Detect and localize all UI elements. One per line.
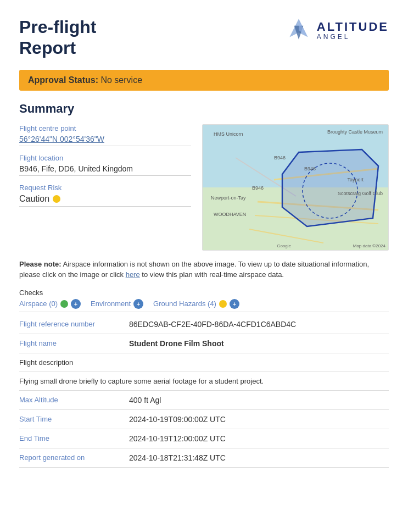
- flight-map[interactable]: HMS Unicorn Broughty Castle Museum Newpo…: [202, 124, 389, 251]
- risk-label: Request Risk: [19, 184, 191, 192]
- ground-hazards-dot: [219, 300, 227, 308]
- logo-text: ALTITUDE ANGEL: [317, 20, 389, 41]
- altitude-value: 400 ft Agl: [129, 390, 389, 409]
- location-label: Flight location: [19, 154, 191, 162]
- altitude-angel-icon: [285, 16, 312, 44]
- environment-plus-btn[interactable]: +: [133, 299, 143, 309]
- airspace-plus-btn[interactable]: +: [71, 299, 81, 309]
- start-value: 2024-10-19T09:00:00Z UTC: [129, 409, 389, 429]
- summary-grid: Flight centre point 56°26'44"N 002°54'36…: [19, 124, 389, 251]
- page-header: Pre-flight Report ALTITUDE ANGEL: [19, 16, 389, 59]
- map-label-b946-1: B946: [274, 155, 286, 160]
- svg-marker-8: [282, 149, 378, 226]
- approval-banner: Approval Status: No service: [19, 70, 389, 91]
- centre-value[interactable]: 56°26'44"N 002°54'36"W: [19, 135, 191, 146]
- generated-row: Report generated on 2024-10-18T21:31:48Z…: [19, 448, 389, 467]
- summary-title: Summary: [19, 102, 389, 116]
- logo-altitude-text: ALTITUDE: [317, 20, 389, 34]
- ground-hazards-check: Ground Hazards (4) +: [153, 299, 239, 309]
- name-value: Student Drone Film Shoot: [129, 334, 389, 353]
- map-bg: HMS Unicorn Broughty Castle Museum Newpo…: [203, 125, 388, 250]
- map-label-hms: HMS Unicorn: [214, 131, 243, 137]
- airspace-check: Airspace (0) +: [19, 299, 81, 309]
- risk-value: Caution: [19, 194, 191, 207]
- desc-value: Flying small drone briefly to capture so…: [19, 372, 389, 390]
- checks-row: Airspace (0) + Environment + Ground Haza…: [19, 299, 389, 309]
- altitude-label: Max Altitude: [19, 390, 129, 409]
- svg-line-7: [249, 229, 323, 243]
- ref-value: 86EDC9AB-CF2E-40FD-86DA-4CFD1C6ABD4C: [129, 315, 389, 334]
- location-value: B946, Fife, DD6, United Kingdom: [19, 164, 191, 176]
- end-value: 2024-10-19T12:00:00Z UTC: [129, 429, 389, 448]
- generated-label: Report generated on: [19, 448, 129, 467]
- checks-section: Checks Airspace (0) + Environment + Grou…: [19, 289, 389, 309]
- approval-label: Approval Status:: [28, 75, 98, 85]
- caution-text: Caution: [19, 194, 49, 204]
- details-table: Flight reference number 86EDC9AB-CF2E-40…: [19, 315, 389, 353]
- summary-left: Flight centre point 56°26'44"N 002°54'36…: [19, 124, 191, 251]
- name-row: Flight name Student Drone Film Shoot: [19, 334, 389, 353]
- map-label-mapdata: Map data ©2024: [353, 243, 385, 248]
- note-text-2: to view this plan with real-time airspac…: [142, 270, 284, 279]
- airspace-dot: [60, 300, 68, 308]
- page-title: Pre-flight Report: [19, 16, 96, 59]
- map-label-b946-2: B946: [304, 166, 316, 171]
- logo: ALTITUDE ANGEL: [285, 16, 389, 44]
- note-link[interactable]: here: [126, 270, 140, 279]
- desc-table: Flight description Flying small drone br…: [19, 353, 389, 468]
- ground-hazards-plus-btn[interactable]: +: [230, 299, 239, 309]
- caution-dot: [53, 195, 60, 203]
- altitude-row: Max Altitude 400 ft Agl: [19, 390, 389, 409]
- desc-label-row: Flight description: [19, 353, 389, 372]
- note-bold: Please note:: [19, 260, 62, 268]
- start-row: Start Time 2024-10-19T09:00:00Z UTC: [19, 409, 389, 429]
- name-label: Flight name: [19, 334, 129, 353]
- logo-angel-text: ANGEL: [317, 33, 350, 41]
- airspace-note: Please note: Airspace information is not…: [19, 259, 389, 280]
- map-label-newport: Newport-on-Tay: [211, 195, 246, 201]
- desc-value-row: Flying small drone briefly to capture so…: [19, 372, 389, 390]
- end-row: End Time 2024-10-19T12:00:00Z UTC: [19, 429, 389, 448]
- environment-check: Environment +: [91, 299, 143, 309]
- generated-value: 2024-10-18T21:31:48Z UTC: [129, 448, 389, 467]
- airspace-label: Airspace (0): [19, 300, 58, 308]
- approval-value: No service: [100, 75, 142, 85]
- map-label-scotscraig: Scotscraig Golf Club: [338, 191, 383, 196]
- map-label-broughty: Broughty Castle Museum: [327, 129, 383, 135]
- start-label: Start Time: [19, 409, 129, 429]
- map-label-tayport: Tayport: [347, 177, 364, 182]
- map-roads: [203, 125, 388, 250]
- checks-label: Checks: [19, 289, 389, 297]
- end-label: End Time: [19, 429, 129, 448]
- map-label-woodhaven: WOODHAVEN: [214, 212, 246, 217]
- ref-label: Flight reference number: [19, 315, 129, 334]
- desc-label: Flight description: [19, 353, 389, 372]
- environment-label: Environment: [91, 300, 131, 308]
- ground-hazards-label: Ground Hazards (4): [153, 300, 216, 308]
- map-label-google: Google: [277, 243, 291, 248]
- map-label-b946-3: B946: [252, 185, 264, 191]
- ref-row: Flight reference number 86EDC9AB-CF2E-40…: [19, 315, 389, 334]
- centre-label: Flight centre point: [19, 124, 191, 132]
